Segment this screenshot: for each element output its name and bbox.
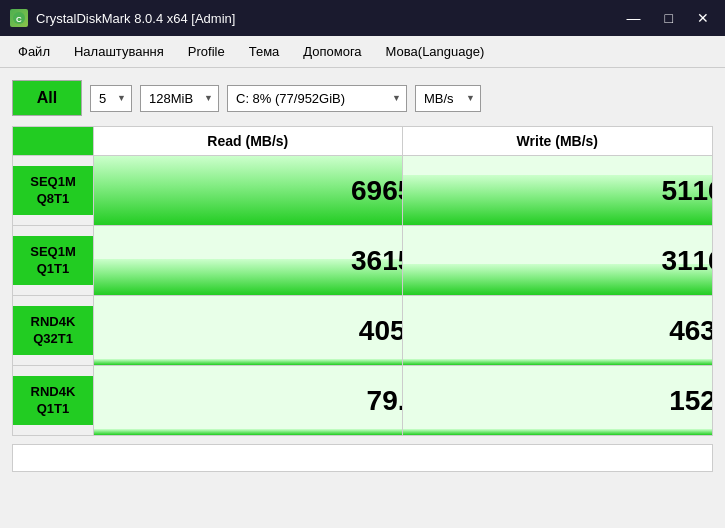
- unit-select[interactable]: MB/s GB/s IOPS: [415, 85, 481, 112]
- row-label: RND4KQ32T1: [13, 296, 94, 366]
- minimize-button[interactable]: —: [621, 9, 647, 27]
- col-header-read: Read (MB/s): [94, 127, 403, 156]
- count-select-wrapper: 5 1 3: [90, 85, 132, 112]
- read-value-cell: 6965.18: [94, 156, 403, 226]
- menu-item-------------[interactable]: Налаштування: [64, 41, 174, 62]
- write-value-cell: 152.67: [402, 366, 712, 436]
- title-bar: C CrystalDiskMark 8.0.4 x64 [Admin] — □ …: [0, 0, 725, 36]
- menu-item------language-[interactable]: Мова(Language): [376, 41, 495, 62]
- drive-select-wrapper: C: 8% (77/952GiB): [227, 85, 407, 112]
- menu-item-----[interactable]: Тема: [239, 41, 290, 62]
- window-controls: — □ ✕: [621, 9, 715, 27]
- close-button[interactable]: ✕: [691, 9, 715, 27]
- title-bar-left: C CrystalDiskMark 8.0.4 x64 [Admin]: [10, 9, 235, 27]
- main-content: All 5 1 3 128MiB 1GiB 32MiB C: 8% (77/95…: [0, 68, 725, 484]
- menu-item---------[interactable]: Допомога: [293, 41, 371, 62]
- read-value-cell: 3615.92: [94, 226, 403, 296]
- col-header-label: [13, 127, 94, 156]
- count-select[interactable]: 5 1 3: [90, 85, 132, 112]
- app-icon: C: [10, 9, 28, 27]
- all-button[interactable]: All: [12, 80, 82, 116]
- benchmark-table: Read (MB/s) Write (MB/s) SEQ1MQ8T1 6965.…: [12, 126, 713, 436]
- col-header-write: Write (MB/s): [402, 127, 712, 156]
- status-bar: [12, 444, 713, 472]
- table-row: RND4KQ32T1 405.18 463.18: [13, 296, 713, 366]
- app-title: CrystalDiskMark 8.0.4 x64 [Admin]: [36, 11, 235, 26]
- write-value-cell: 463.18: [402, 296, 712, 366]
- read-value-cell: 79.83: [94, 366, 403, 436]
- table-row: SEQ1MQ1T1 3615.92 3116.87: [13, 226, 713, 296]
- table-row: SEQ1MQ8T1 6965.18 5116.25: [13, 156, 713, 226]
- menu-bar: ФайлНалаштуванняProfileТемаДопомогаМова(…: [0, 36, 725, 68]
- menu-item-profile[interactable]: Profile: [178, 41, 235, 62]
- menu-item-----[interactable]: Файл: [8, 41, 60, 62]
- size-select[interactable]: 128MiB 1GiB 32MiB: [140, 85, 219, 112]
- size-select-wrapper: 128MiB 1GiB 32MiB: [140, 85, 219, 112]
- toolbar: All 5 1 3 128MiB 1GiB 32MiB C: 8% (77/95…: [12, 80, 713, 116]
- row-label: RND4KQ1T1: [13, 366, 94, 436]
- table-row: RND4KQ1T1 79.83 152.67: [13, 366, 713, 436]
- row-label: SEQ1MQ1T1: [13, 226, 94, 296]
- unit-select-wrapper: MB/s GB/s IOPS: [415, 85, 481, 112]
- write-value-cell: 5116.25: [402, 156, 712, 226]
- row-label: SEQ1MQ8T1: [13, 156, 94, 226]
- drive-select[interactable]: C: 8% (77/952GiB): [227, 85, 407, 112]
- svg-text:C: C: [16, 15, 22, 24]
- maximize-button[interactable]: □: [659, 9, 679, 27]
- read-value-cell: 405.18: [94, 296, 403, 366]
- write-value-cell: 3116.87: [402, 226, 712, 296]
